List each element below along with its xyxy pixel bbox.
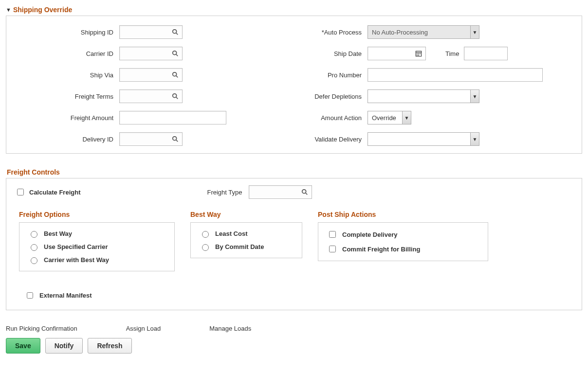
freight-amount-input[interactable] [119,111,226,124]
pro-number-label: Pro Number [265,71,368,79]
delivery-id-label: Delivery ID [12,136,119,143]
chevron-down-icon: ▼ [470,133,479,145]
freight-option-label: Use Specified Carrier [44,243,108,250]
best-way-option-label: By Commit Date [215,243,264,250]
shipping-override-header[interactable]: ▼ Shipping Override [6,6,582,14]
freight-option-specified-carrier-radio[interactable] [31,244,37,251]
assign-load-link[interactable]: Assign Load [126,325,161,332]
chevron-down-icon: ▼ [470,26,479,38]
freight-type-label: Freight Type [207,189,242,196]
validate-delivery-label: Validate Delivery [265,136,368,143]
ship-date-label: Ship Date [265,50,368,57]
footer-links: Run Picking Confirmation Assign Load Man… [6,325,582,332]
post-ship-actions-title: Post Ship Actions [318,211,488,218]
freight-terms-input[interactable] [119,89,183,103]
auto-process-value: No Auto-Processing [368,26,470,38]
carrier-id-input[interactable] [119,47,183,60]
best-way-option-label: Least Cost [215,230,247,237]
chevron-down-icon: ▼ [470,90,479,103]
pro-number-input[interactable] [368,68,543,82]
freight-controls-header: Freight Controls [7,168,582,176]
freight-amount-label: Freight Amount [12,114,119,122]
carrier-id-label: Carrier ID [12,50,119,57]
shipping-override-title: Shipping Override [13,6,72,14]
collapse-arrow-icon: ▼ [6,7,11,13]
best-way-least-cost-radio[interactable] [202,231,209,238]
calculate-freight-checkbox[interactable] [17,189,24,195]
manage-loads-link[interactable]: Manage Loads [209,325,251,332]
freight-option-carrier-best-way-radio[interactable] [31,257,37,264]
post-ship-option-label: Commit Freight for Billing [342,246,420,253]
post-ship-actions-box: Complete Delivery Commit Freight for Bil… [318,222,488,261]
freight-options-title: Freight Options [19,211,175,218]
post-ship-option-label: Complete Delivery [342,231,397,238]
shipping-override-panel: Shipping ID Carrier ID Ship [6,16,582,154]
save-button[interactable]: Save [6,338,40,354]
amount-action-label: Amount Action [265,114,368,122]
amount-action-value: Override [368,111,402,124]
defer-depletions-dropdown[interactable]: ▼ [368,89,479,103]
freight-option-label: Best Way [44,230,72,237]
auto-process-dropdown[interactable]: No Auto-Processing ▼ [368,25,479,39]
freight-type-input[interactable] [249,185,312,199]
time-label: Time [445,50,459,57]
shipping-id-label: Shipping ID [12,29,119,36]
best-way-commit-date-radio[interactable] [202,244,209,251]
notify-button[interactable]: Notify [45,338,83,354]
chevron-down-icon: ▼ [402,111,411,124]
button-row: Save Notify Refresh [6,338,582,354]
freight-options-box: Best Way Use Specified Carrier Carrier w… [19,222,175,271]
validate-delivery-dropdown[interactable]: ▼ [368,132,479,146]
shipping-id-input[interactable] [119,25,183,39]
refresh-button[interactable]: Refresh [88,338,131,354]
time-input[interactable] [464,47,508,60]
auto-process-label: *Auto Process [265,29,368,36]
freight-terms-label: Freight Terms [12,93,119,100]
external-manifest-checkbox[interactable] [27,292,33,299]
ship-via-label: Ship Via [12,71,119,79]
delivery-id-input[interactable] [119,132,183,146]
ship-date-input[interactable] [368,47,426,60]
best-way-box: Least Cost By Commit Date [190,222,302,258]
best-way-title: Best Way [190,211,302,218]
run-picking-confirmation-link[interactable]: Run Picking Confirmation [6,325,77,332]
freight-option-best-way-radio[interactable] [31,231,37,238]
external-manifest-label: External Manifest [39,292,92,299]
freight-option-label: Carrier with Best Way [44,256,109,264]
calculate-freight-label: Calculate Freight [29,189,80,196]
validate-delivery-value [368,133,470,145]
amount-action-dropdown[interactable]: Override ▼ [368,111,411,124]
ship-via-input[interactable] [119,68,183,82]
defer-depletions-label: Defer Depletions [265,93,368,100]
complete-delivery-checkbox[interactable] [329,231,336,238]
freight-controls-panel: Calculate Freight Freight Type Freight O… [6,178,582,310]
defer-depletions-value [368,90,470,103]
commit-freight-billing-checkbox[interactable] [329,246,336,252]
